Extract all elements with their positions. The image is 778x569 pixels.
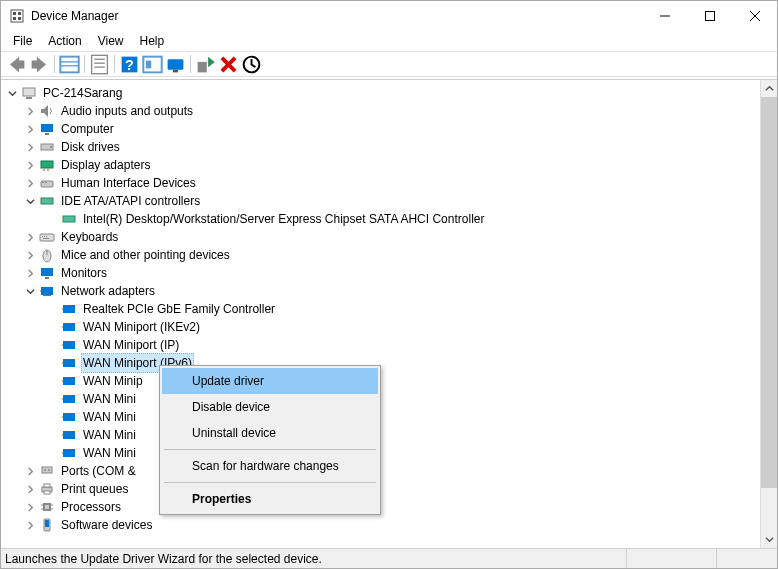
tree-node-label: WAN Mini: [81, 408, 138, 426]
tree-node-display[interactable]: Display adapters: [1, 156, 777, 174]
chevron-right-icon[interactable]: [23, 122, 37, 136]
tree-node-keyboards[interactable]: Keyboards: [1, 228, 777, 246]
tree-node-network[interactable]: Network adapters: [1, 282, 777, 300]
svg-rect-20: [168, 59, 184, 70]
svg-rect-12: [92, 55, 108, 73]
tree-node-label: Ports (COM &: [59, 462, 138, 480]
network-adapter-icon: [61, 409, 77, 425]
menu-action[interactable]: Action: [40, 32, 89, 50]
tree-node-network-child[interactable]: WAN Mini: [1, 426, 777, 444]
chevron-down-icon[interactable]: [5, 86, 19, 100]
tree-node-processors[interactable]: Processors: [1, 498, 777, 516]
scroll-track[interactable]: [761, 97, 777, 531]
chevron-right-icon[interactable]: [23, 266, 37, 280]
svg-rect-28: [41, 124, 53, 132]
properties-button[interactable]: [88, 53, 111, 75]
tree-node-network-child[interactable]: WAN Mini: [1, 408, 777, 426]
tree-node-computer[interactable]: Computer: [1, 120, 777, 138]
tree-node-audio[interactable]: Audio inputs and outputs: [1, 102, 777, 120]
show-hide-console-tree-button[interactable]: [58, 53, 81, 75]
chevron-down-icon[interactable]: [23, 194, 37, 208]
context-menu-update-driver[interactable]: Update driver: [162, 368, 378, 394]
tree-node-label: Processors: [59, 498, 123, 516]
display-adapter-icon: [39, 157, 55, 173]
scan-hardware-button[interactable]: [164, 53, 187, 75]
update-driver-button[interactable]: [240, 53, 263, 75]
tree-node-software[interactable]: Software devices: [1, 516, 777, 534]
tree-root[interactable]: PC-214Sarang: [1, 84, 777, 102]
status-cell-empty: [627, 549, 717, 568]
tree-node-ide-child[interactable]: Intel(R) Desktop/Workstation/Server Expr…: [1, 210, 777, 228]
chevron-down-icon[interactable]: [23, 284, 37, 298]
svg-rect-68: [63, 413, 75, 421]
chevron-right-icon[interactable]: [23, 140, 37, 154]
svg-rect-19: [146, 60, 151, 68]
svg-rect-79: [44, 491, 50, 494]
menu-help[interactable]: Help: [132, 32, 173, 50]
tree-node-ports[interactable]: Ports (COM &: [1, 462, 777, 480]
scroll-down-button[interactable]: [761, 531, 777, 548]
chevron-right-icon[interactable]: [23, 248, 37, 262]
svg-rect-45: [42, 236, 43, 237]
tree-node-network-child[interactable]: WAN Minip: [1, 372, 777, 390]
maximize-button[interactable]: [687, 1, 732, 31]
context-menu-disable-device[interactable]: Disable device: [162, 394, 378, 420]
chevron-right-icon[interactable]: [23, 518, 37, 532]
tree-node-label: IDE ATA/ATAPI controllers: [59, 192, 202, 210]
svg-rect-56: [63, 305, 75, 313]
context-menu-uninstall-device[interactable]: Uninstall device: [162, 420, 378, 446]
close-button[interactable]: [732, 1, 777, 31]
uninstall-device-button[interactable]: [217, 53, 240, 75]
svg-rect-87: [45, 520, 49, 527]
svg-rect-74: [42, 467, 52, 473]
enable-device-button[interactable]: [194, 53, 217, 75]
menu-view[interactable]: View: [90, 32, 132, 50]
device-tree[interactable]: PC-214Sarang Audio inputs and outputs Co…: [1, 80, 777, 538]
svg-rect-2: [18, 12, 21, 15]
tree-node-monitors[interactable]: Monitors: [1, 264, 777, 282]
tree-node-network-child[interactable]: WAN Mini: [1, 390, 777, 408]
svg-rect-42: [62, 218, 63, 220]
tree-node-label: Display adapters: [59, 156, 152, 174]
chevron-right-icon[interactable]: [23, 158, 37, 172]
svg-rect-36: [42, 182, 44, 183]
svg-rect-43: [75, 218, 76, 220]
minimize-button[interactable]: [642, 1, 687, 31]
tree-node-network-child[interactable]: Realtek PCIe GbE Family Controller: [1, 300, 777, 318]
svg-rect-22: [198, 61, 207, 72]
context-menu-properties[interactable]: Properties: [162, 486, 378, 512]
tree-node-disk[interactable]: Disk drives: [1, 138, 777, 156]
chevron-right-icon[interactable]: [23, 104, 37, 118]
chevron-right-icon[interactable]: [23, 176, 37, 190]
svg-rect-72: [63, 449, 75, 457]
chevron-right-icon[interactable]: [23, 464, 37, 478]
menu-file[interactable]: File: [5, 32, 40, 50]
context-menu-scan-hardware[interactable]: Scan for hardware changes: [162, 453, 378, 479]
tree-node-network-child[interactable]: WAN Mini: [1, 444, 777, 462]
mouse-icon: [39, 247, 55, 263]
scroll-thumb[interactable]: [761, 97, 777, 488]
back-button[interactable]: [5, 53, 28, 75]
tree-node-ide[interactable]: IDE ATA/ATAPI controllers: [1, 192, 777, 210]
action-button[interactable]: [141, 53, 164, 75]
tree-node-printq[interactable]: Print queues: [1, 480, 777, 498]
tree-node-label: Network adapters: [59, 282, 157, 300]
disk-icon: [39, 139, 55, 155]
tree-node-network-child[interactable]: WAN Miniport (IKEv2): [1, 318, 777, 336]
toolbar-separator: [84, 55, 85, 73]
svg-rect-55: [40, 290, 41, 292]
tree-node-network-child[interactable]: WAN Miniport (IP): [1, 336, 777, 354]
chevron-right-icon[interactable]: [23, 500, 37, 514]
chevron-right-icon[interactable]: [23, 482, 37, 496]
chevron-right-icon[interactable]: [23, 230, 37, 244]
computer-icon: [21, 85, 37, 101]
tree-node-mice[interactable]: Mice and other pointing devices: [1, 246, 777, 264]
scroll-up-button[interactable]: [761, 80, 777, 97]
vertical-scrollbar[interactable]: [760, 80, 777, 548]
tree-node-network-child-selected[interactable]: WAN Miniport (IPv6): [1, 354, 777, 372]
tree-node-label: WAN Mini: [81, 444, 138, 462]
tree-node-hid[interactable]: Human Interface Devices: [1, 174, 777, 192]
help-button[interactable]: ?: [118, 53, 141, 75]
network-adapter-icon: [61, 337, 77, 353]
forward-button[interactable]: [28, 53, 51, 75]
